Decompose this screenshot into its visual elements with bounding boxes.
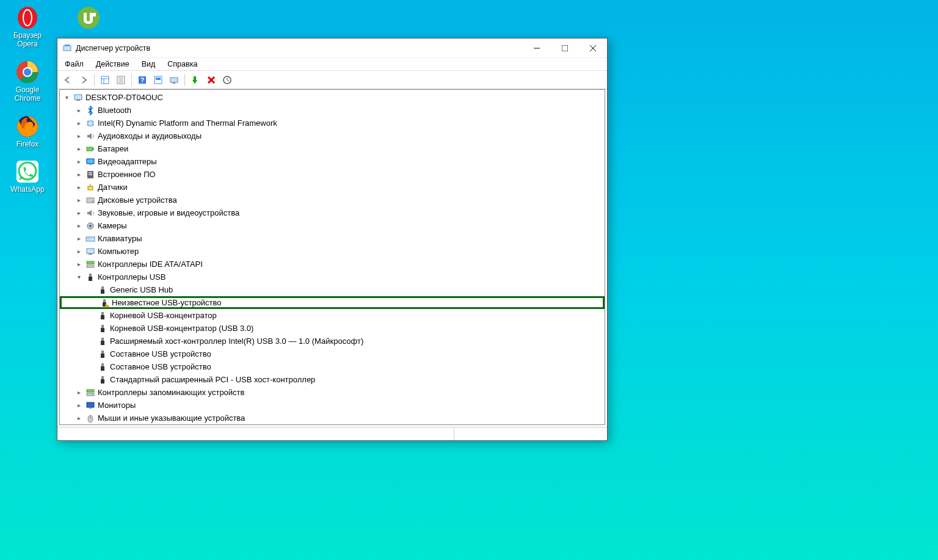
expander-icon[interactable]: ▸ <box>75 132 83 140</box>
menu-help[interactable]: Справка <box>167 60 197 68</box>
tree-item[interactable]: ▸ Батареи <box>60 142 605 155</box>
svg-rect-40 <box>87 147 93 151</box>
device-icon <box>85 413 95 423</box>
menu-action[interactable]: Действие <box>96 60 129 68</box>
svg-point-52 <box>89 225 92 227</box>
tree-item[interactable]: Стандартный расширенный PCI - USB хост-к… <box>60 373 605 386</box>
tree-item-label: Контроллеры IDE ATA/ATAPI <box>98 260 203 269</box>
device-icon <box>73 93 83 103</box>
tree-item[interactable]: ▸ Intel(R) Dynamic Platform and Thermal … <box>60 117 605 129</box>
device-icon <box>98 375 107 385</box>
tree-item[interactable]: ▸ Аудиовходы и аудиовыходы <box>60 129 605 142</box>
svg-point-2 <box>24 10 31 25</box>
tree-item-label: Мониторы <box>98 401 136 410</box>
menu-file[interactable]: Файл <box>65 60 84 68</box>
tree-item-label: Датчики <box>98 183 128 192</box>
tree-item[interactable]: ▸ Bluetooth <box>60 104 605 117</box>
device-icon <box>85 388 95 398</box>
tree-item[interactable]: Составное USB устройство <box>60 347 605 360</box>
device-icon <box>98 324 107 333</box>
scan-hardware-button[interactable] <box>220 73 234 87</box>
svg-rect-46 <box>89 174 92 175</box>
svg-rect-75 <box>101 354 104 358</box>
properties-button[interactable] <box>114 73 128 87</box>
toolbar-separator <box>131 74 132 86</box>
desktop-icon-label: GoogleChrome <box>15 85 41 103</box>
tree-item-label: Intel(R) Dynamic Platform and Thermal Fr… <box>98 118 277 128</box>
tree-item[interactable]: Составное USB устройство <box>60 360 605 373</box>
svg-rect-64 <box>101 289 104 294</box>
expander-icon[interactable]: ▸ <box>75 222 83 230</box>
toolbar: ? <box>57 71 607 89</box>
expander-icon[interactable]: ▾ <box>75 273 83 282</box>
desktop-icons-column: БраузерOpera GoogleChrome Firefox WhatsA… <box>3 3 52 196</box>
expander-icon[interactable]: ▸ <box>75 401 83 410</box>
close-button[interactable] <box>579 39 607 57</box>
tree-item[interactable]: ▸ Контроллеры запоминающих устройств <box>60 386 605 399</box>
tree-item[interactable]: ▸ Контроллеры IDE ATA/ATAPI <box>60 258 605 271</box>
tree-item[interactable]: ▸ Датчики <box>60 181 605 194</box>
expander-icon[interactable]: ▸ <box>75 119 83 128</box>
expander-icon[interactable]: ▸ <box>75 414 83 423</box>
expander-icon[interactable]: ▸ <box>75 388 83 397</box>
device-icon <box>98 285 107 295</box>
chrome-icon <box>15 60 40 84</box>
menu-view[interactable]: Вид <box>142 60 156 68</box>
tree-item[interactable]: ▸ Мониторы <box>60 399 605 412</box>
expander-icon[interactable]: ▸ <box>75 196 83 205</box>
tree-item[interactable]: ▾ DESKTOP-DT04OUC <box>60 91 605 104</box>
forward-button[interactable] <box>76 73 91 87</box>
desktop-icon-whatsapp[interactable]: WhatsApp <box>3 157 52 196</box>
desktop-icon-opera[interactable]: БраузерOpera <box>3 3 52 51</box>
svg-point-9 <box>78 7 100 29</box>
tree-item[interactable]: ▸ Клавиатуры <box>60 232 605 245</box>
expander-icon[interactable]: ▸ <box>75 247 83 256</box>
svg-rect-57 <box>87 249 94 253</box>
help-button[interactable]: ? <box>135 73 150 87</box>
tree-item[interactable]: ▸ Дисковые устройства <box>60 194 605 206</box>
svg-rect-26 <box>156 78 161 80</box>
desktop-icon-firefox[interactable]: Firefox <box>3 112 52 151</box>
tree-item[interactable]: Корневой USB-концентратор (USB 3.0) <box>60 322 605 335</box>
expander-icon[interactable]: ▸ <box>75 106 83 115</box>
minimize-button[interactable] <box>523 39 551 57</box>
uninstall-button[interactable] <box>204 73 219 87</box>
enable-device-button[interactable] <box>188 73 203 87</box>
tree-item[interactable]: ▸ Компьютер <box>60 245 605 258</box>
device-icon <box>85 157 95 167</box>
tree-item[interactable]: Расширяемый хост-контроллер Intel(R) USB… <box>60 335 605 347</box>
desktop-icon-label: Firefox <box>16 140 39 148</box>
expander-icon <box>87 337 95 346</box>
tree-item[interactable]: ▸ Камеры <box>60 219 605 232</box>
tree-item[interactable]: Корневой USB-концентратор <box>60 309 605 322</box>
expander-icon[interactable]: ▸ <box>75 209 83 217</box>
tree-item[interactable]: ▸ Видеоадаптеры <box>60 155 605 168</box>
desktop-icon-chrome[interactable]: GoogleChrome <box>3 57 52 106</box>
expander-icon[interactable]: ▾ <box>62 93 71 102</box>
back-button[interactable] <box>60 73 75 87</box>
expander-icon[interactable]: ▸ <box>75 183 83 192</box>
tree-item-label: Дисковые устройства <box>98 195 177 205</box>
tree-item[interactable]: ▸ Встроенное ПО <box>60 168 605 181</box>
tree-item[interactable]: ▸ Мыши и иные указывающие устройства <box>60 412 605 424</box>
tree-item-label: Составное USB устройство <box>110 362 211 371</box>
tree-item[interactable]: ! Неизвестное USB-устройство <box>60 296 605 309</box>
tree-item-label: Аудиовходы и аудиовыходы <box>98 131 202 140</box>
expander-icon[interactable]: ▸ <box>75 158 83 166</box>
desktop-icon-utorrent[interactable] <box>64 3 113 32</box>
tree-item[interactable]: ▸ Звуковые, игровые и видеоустройства <box>60 206 605 219</box>
expander-icon[interactable]: ▸ <box>75 170 83 179</box>
expander-icon[interactable]: ▸ <box>75 260 83 269</box>
maximize-button[interactable] <box>551 39 579 57</box>
device-tree[interactable]: ▾ DESKTOP-DT04OUC ▸ Bluetooth ▸ Intel(R)… <box>60 90 605 424</box>
scan-button[interactable] <box>151 73 165 87</box>
show-hide-tree-button[interactable] <box>98 73 112 87</box>
expander-icon[interactable]: ▸ <box>75 235 83 243</box>
expander-icon[interactable]: ▸ <box>75 145 83 153</box>
update-driver-button[interactable] <box>167 73 181 87</box>
tree-item[interactable]: ▾ Контроллеры USB <box>60 271 605 283</box>
tree-item[interactable]: Generic USB Hub <box>60 283 605 296</box>
tree-item-label: Расширяемый хост-контроллер Intel(R) USB… <box>110 336 363 346</box>
device-icon <box>85 144 95 154</box>
svg-rect-45 <box>89 172 92 173</box>
